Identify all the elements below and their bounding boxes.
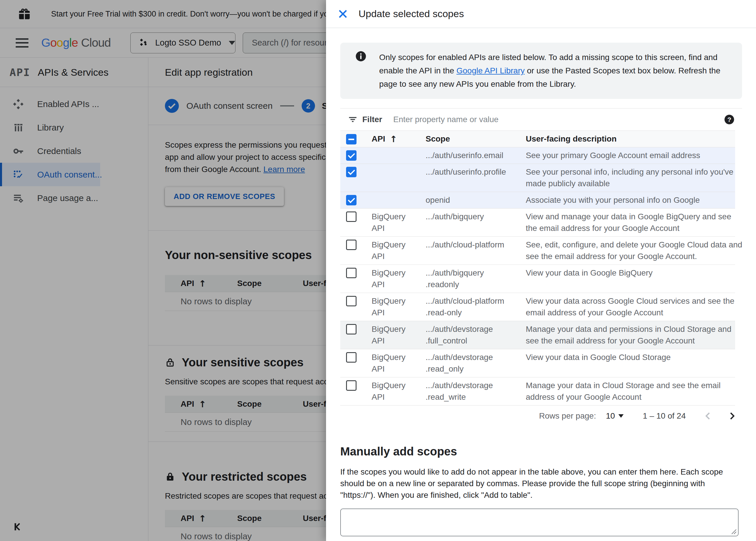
row-description: View your data in Google Cloud Storage [526,351,735,363]
scope-table-row[interactable]: BigQueryAPI .../auth/devstorage.read_wri… [340,377,735,405]
row-scope: .../auth/cloud-platform [426,239,526,251]
select-all-checkbox[interactable] [346,134,357,145]
row-checkbox[interactable] [346,380,357,391]
row-api: BigQueryAPI [372,267,426,290]
col-scope[interactable]: Scope [426,134,526,144]
overlay-scrim[interactable] [0,0,326,541]
row-checkbox[interactable] [346,268,357,278]
row-description: Associate you with your personal info on… [526,194,735,206]
chevron-down-icon [618,414,624,418]
row-api: BigQueryAPI [372,239,426,262]
row-description: View your data in Google BigQuery [526,267,735,279]
info-banner: Only scopes for enabled APIs are listed … [340,43,742,99]
next-page-icon[interactable] [727,411,737,421]
scope-table-row[interactable]: BigQueryAPI .../auth/cloud-platform See,… [340,237,735,265]
filter-bar: Filter ? [340,108,742,131]
row-checkbox[interactable] [346,167,357,177]
rows-per-page-select[interactable]: 10 [606,411,624,421]
scope-table-row[interactable]: BigQueryAPI .../auth/devstorage.full_con… [340,321,735,349]
row-description: Manage your data and permissions in Clou… [526,323,735,347]
scope-table-row[interactable]: .../auth/userinfo.email See your primary… [340,147,735,164]
scope-table-body: .../auth/userinfo.email See your primary… [340,147,735,405]
screen: Start your Free Trial with $300 in credi… [0,0,756,541]
panel-header: Update selected scopes [326,0,756,28]
row-scope: openid [426,194,526,206]
rows-per-page-label: Rows per page: [539,411,596,421]
row-description: View and manage your data in Google BigQ… [526,211,735,234]
help-icon[interactable]: ? [724,114,735,125]
pagination: Rows per page: 10 1 – 10 of 24 [340,405,742,426]
filter-icon [348,115,358,125]
row-checkbox[interactable] [346,195,357,206]
scopes-table-header: API↑ Scope User-facing description [340,131,735,147]
row-scope: .../auth/bigquery.readonly [426,267,526,290]
scope-table-row[interactable]: .../auth/userinfo.profile See your perso… [340,164,735,192]
row-scope: .../auth/devstorage.read_only [426,351,526,375]
row-description: See your personal info, including any pe… [526,166,735,190]
row-checkbox[interactable] [346,352,357,362]
google-api-library-link[interactable]: Google API Library [456,66,525,75]
row-scope: .../auth/bigquery [426,211,526,223]
row-api: BigQueryAPI [372,211,426,234]
scope-table-row[interactable]: BigQueryAPI .../auth/bigquery View and m… [340,209,735,237]
col-description[interactable]: User-facing description [526,134,735,144]
scope-table-row[interactable]: BigQueryAPI .../auth/devstorage.read_onl… [340,349,735,377]
filter-input[interactable] [393,115,724,125]
row-scope: .../auth/userinfo.email [426,150,526,161]
row-scope: .../auth/devstorage.read_write [426,380,526,403]
row-api: BigQueryAPI [372,323,426,347]
row-scope: .../auth/devstorage.full_control [426,323,526,347]
info-icon [355,51,366,91]
scopes-table: API↑ Scope User-facing description .../a… [340,131,735,405]
pagination-range: 1 – 10 of 24 [643,411,686,421]
scope-table-row[interactable]: openid Associate you with your personal … [340,192,735,209]
col-api[interactable]: API↑ [372,134,426,144]
update-scopes-panel: Update selected scopes Only scopes for e… [326,0,756,541]
row-api: BigQueryAPI [372,295,426,318]
row-description: Manage your data in Cloud Storage and se… [526,380,735,403]
close-icon[interactable] [338,9,348,19]
row-checkbox[interactable] [346,150,357,161]
row-scope: .../auth/userinfo.profile [426,166,526,178]
scope-table-row[interactable]: BigQueryAPI .../auth/bigquery.readonly V… [340,265,735,293]
row-checkbox[interactable] [346,212,357,222]
manually-add-scopes-help: If the scopes you would like to add do n… [340,466,739,501]
panel-title: Update selected scopes [359,8,464,19]
row-api: BigQueryAPI [372,380,426,403]
row-description: See your primary Google Account email ad… [526,150,735,161]
row-scope: .../auth/cloud-platform.read-only [426,295,526,318]
row-description: See, edit, configure, and delete your Go… [526,239,742,262]
filter-label: Filter [362,115,382,124]
row-checkbox[interactable] [346,324,357,334]
row-description: View your data across Google Cloud servi… [526,295,735,318]
row-api: BigQueryAPI [372,351,426,375]
svg-text:?: ? [727,116,731,123]
row-checkbox[interactable] [346,296,357,306]
scope-table-row[interactable]: BigQueryAPI .../auth/cloud-platform.read… [340,293,735,321]
manual-scopes-textarea[interactable] [340,508,739,536]
sort-asc-icon: ↑ [390,134,397,144]
previous-page-icon[interactable] [703,411,713,421]
row-checkbox[interactable] [346,240,357,250]
manually-add-scopes-title: Manually add scopes [340,445,742,458]
